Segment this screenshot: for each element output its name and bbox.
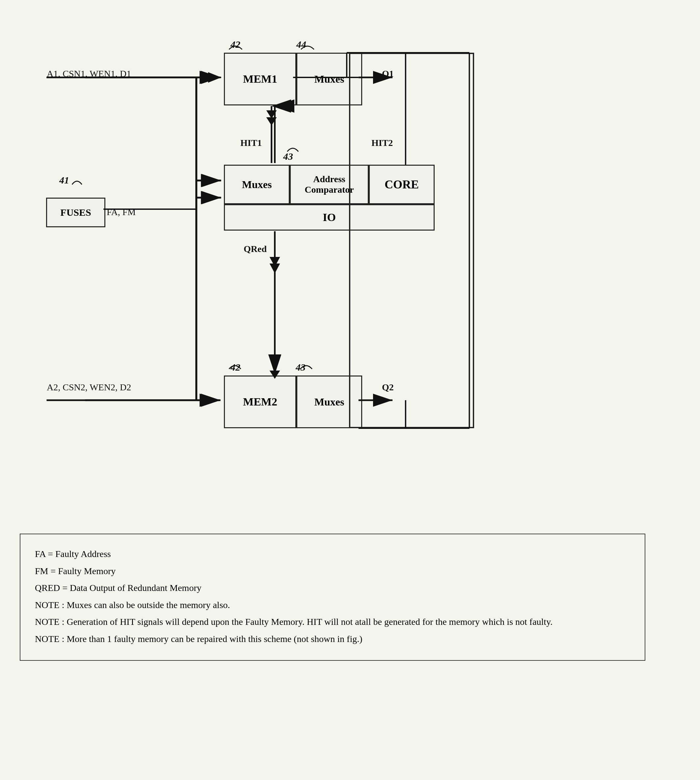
notes-line3: QRED = Data Output of Redundant Memory bbox=[35, 580, 630, 596]
page: 42 44 41 43 42 43 FUSES MEM1 Muxes Muxes… bbox=[0, 0, 700, 780]
muxes-mid-box: Muxes bbox=[224, 165, 290, 204]
mem2-label: MEM2 bbox=[243, 396, 277, 408]
addr-comp-label: Address Comparator bbox=[305, 174, 353, 195]
mem1-box: MEM1 bbox=[224, 53, 296, 105]
io-label: IO bbox=[323, 211, 336, 224]
notes-line1: FA = Faulty Address bbox=[35, 546, 630, 562]
svg-marker-32 bbox=[270, 264, 280, 273]
notes-line2: FM = Faulty Memory bbox=[35, 563, 630, 579]
ref-42-bot: 42 bbox=[230, 362, 240, 373]
notes-line6: NOTE : More than 1 faulty memory can be … bbox=[35, 631, 630, 647]
q1-label: Q1 bbox=[382, 68, 394, 79]
notes-section: FA = Faulty Address FM = Faulty Memory Q… bbox=[20, 534, 645, 661]
svg-marker-35 bbox=[267, 117, 277, 125]
input2-label: A2, CSN2, WEN2, D2 bbox=[47, 382, 131, 393]
outer-right-box bbox=[349, 53, 474, 428]
ref-41: 41 bbox=[59, 175, 69, 186]
svg-marker-34 bbox=[267, 110, 277, 119]
muxes-mid-label: Muxes bbox=[242, 179, 272, 191]
qred-label: QRed bbox=[243, 244, 267, 254]
ref-44: 44 bbox=[296, 39, 306, 50]
mem2-box: MEM2 bbox=[224, 376, 296, 428]
fuses-box: FUSES bbox=[46, 198, 105, 227]
notes-line5: NOTE : Generation of HIT signals will de… bbox=[35, 614, 630, 630]
mem1-label: MEM1 bbox=[243, 73, 277, 85]
ref-43-bot: 43 bbox=[296, 362, 305, 373]
muxes-top-label: Muxes bbox=[315, 73, 344, 85]
ref-43-mid: 43 bbox=[283, 151, 293, 162]
notes-line4: NOTE : Muxes can also be outside the mem… bbox=[35, 597, 630, 613]
fa-fm-label: FA, FM bbox=[107, 207, 136, 217]
input1-label: A1, CSN1, WEN1, D1 bbox=[47, 68, 131, 79]
q2-label: Q2 bbox=[382, 382, 394, 393]
hit2-label: HIT2 bbox=[372, 138, 393, 148]
hit1-label: HIT1 bbox=[240, 138, 262, 148]
ref-42-top: 42 bbox=[230, 39, 240, 50]
diagram-area: 42 44 41 43 42 43 FUSES MEM1 Muxes Muxes… bbox=[20, 20, 680, 514]
svg-marker-31 bbox=[270, 257, 280, 267]
muxes-bot-label: Muxes bbox=[315, 396, 344, 408]
fuses-label: FUSES bbox=[60, 207, 91, 218]
